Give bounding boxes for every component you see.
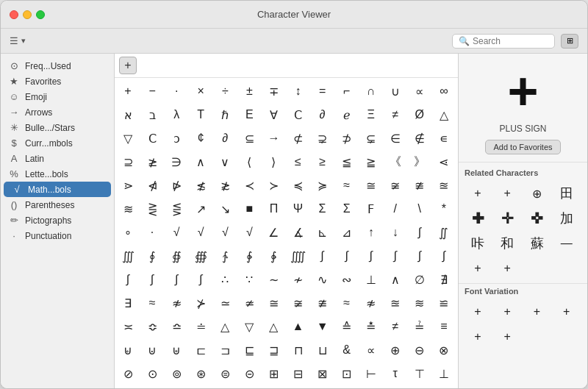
char-cell[interactable]: ≇ <box>311 291 334 315</box>
add-category-button[interactable]: + <box>119 57 137 74</box>
related-char-cell[interactable]: + <box>494 257 520 280</box>
sidebar-item-letterbols[interactable]: % Lette...bols <box>1 166 114 182</box>
char-cell[interactable]: ∊ <box>432 126 456 150</box>
char-cell[interactable]: ⋖ <box>432 150 456 174</box>
char-cell[interactable]: Ϲ <box>140 126 164 150</box>
char-cell[interactable]: ⊕ <box>384 338 407 362</box>
char-cell[interactable]: ⊇ <box>116 150 140 174</box>
char-cell[interactable]: ∝ <box>408 79 431 103</box>
char-cell[interactable]: ב <box>140 103 164 126</box>
char-cell[interactable]: ▲ <box>287 315 310 338</box>
char-cell[interactable]: ≄ <box>237 291 261 315</box>
char-cell[interactable]: ∀ <box>262 103 285 126</box>
char-cell[interactable]: √ <box>189 221 212 244</box>
char-cell[interactable]: ∫ <box>189 268 212 291</box>
char-cell[interactable]: ∯ <box>165 244 188 268</box>
char-cell[interactable]: ≱ <box>140 150 164 174</box>
char-cell[interactable]: ∫ <box>311 244 334 268</box>
char-cell[interactable]: ↄ <box>165 126 188 150</box>
char-cell[interactable]: ∘ <box>116 221 140 244</box>
char-cell[interactable]: ⊢ <box>359 362 383 385</box>
char-cell[interactable]: ∬ <box>432 221 456 244</box>
sidebar-item-bullets[interactable]: ✳ Bulle.../Stars <box>1 120 114 135</box>
char-cell[interactable]: \ <box>408 197 431 221</box>
char-cell[interactable]: ⊎ <box>165 338 188 362</box>
related-char-cell[interactable] <box>524 257 551 280</box>
char-cell[interactable]: ⋛ <box>140 197 164 221</box>
char-cell[interactable]: ⊯ <box>335 385 359 388</box>
char-cell[interactable]: ∫ <box>335 244 359 268</box>
char-cell[interactable]: ≤ <box>287 150 310 174</box>
font-variation-cell[interactable]: + <box>524 300 551 324</box>
add-to-favorites-button[interactable]: Add to Favorites <box>485 140 560 154</box>
char-cell[interactable]: ≎ <box>140 315 164 338</box>
char-cell[interactable]: △ <box>432 103 456 126</box>
char-cell[interactable]: ⊌ <box>116 338 140 362</box>
related-char-cell[interactable]: + <box>494 182 520 205</box>
char-cell[interactable]: ⨌ <box>287 244 310 268</box>
char-cell[interactable]: * <box>432 197 456 221</box>
char-cell[interactable]: ⊙ <box>140 362 164 385</box>
char-cell[interactable]: ∵ <box>237 268 261 291</box>
char-cell[interactable]: △ <box>213 315 237 338</box>
minimize-button[interactable] <box>23 10 32 19</box>
char-cell[interactable]: ≈ <box>335 174 359 197</box>
char-cell[interactable]: ⊛ <box>189 362 212 385</box>
char-cell[interactable]: ⋫ <box>165 174 188 197</box>
char-cell[interactable]: 》 <box>408 150 431 174</box>
char-cell[interactable]: ⊩ <box>189 385 212 388</box>
font-variation-cell[interactable] <box>553 325 580 349</box>
char-cell[interactable]: + <box>116 79 140 103</box>
char-cell[interactable]: ∄ <box>432 268 456 291</box>
sidebar-item-punctuation[interactable]: · Punctuation <box>1 228 114 243</box>
related-char-cell[interactable]: 田 <box>553 182 580 205</box>
related-char-cell[interactable]: 加 <box>553 207 580 230</box>
char-cell[interactable]: ∰ <box>189 244 212 268</box>
char-cell[interactable]: ⊊ <box>359 126 383 150</box>
font-variation-cell[interactable]: + <box>553 300 580 324</box>
char-cell[interactable]: ∈ <box>384 126 407 150</box>
char-cell[interactable]: Ψ <box>287 197 310 221</box>
char-cell[interactable]: ⊔ <box>311 338 334 362</box>
char-cell[interactable]: ▼ <box>311 315 334 338</box>
char-cell[interactable]: ⊓ <box>287 338 310 362</box>
char-cell[interactable]: ≠ <box>384 315 407 338</box>
char-cell[interactable]: & <box>335 338 359 362</box>
search-box[interactable]: 🔍 <box>452 34 555 49</box>
char-cell[interactable]: √ <box>213 221 237 244</box>
maximize-button[interactable] <box>36 10 45 19</box>
char-cell[interactable]: ⊝ <box>237 362 261 385</box>
char-cell[interactable]: ⊪ <box>213 385 237 388</box>
char-cell[interactable]: ⋗ <box>116 174 140 197</box>
char-cell[interactable]: ∂ <box>311 103 334 126</box>
font-variation-cell[interactable] <box>524 325 551 349</box>
char-cell[interactable]: ∧ <box>384 268 407 291</box>
char-cell[interactable]: Σ <box>335 197 359 221</box>
char-cell[interactable]: ≁ <box>287 268 310 291</box>
char-cell[interactable]: ▽ <box>237 315 261 338</box>
char-cell[interactable]: ⊥ <box>359 268 383 291</box>
char-cell[interactable]: √ <box>237 221 261 244</box>
related-char-cell[interactable]: ✜ <box>524 207 551 230</box>
char-cell[interactable]: ∳ <box>262 244 285 268</box>
dropdown-arrow[interactable]: ▾ <box>21 36 26 46</box>
related-char-cell[interactable]: ✚ <box>465 207 491 230</box>
char-cell[interactable]: ≵ <box>213 174 237 197</box>
related-char-cell[interactable]: ✛ <box>494 207 520 230</box>
char-cell[interactable]: ⊄ <box>287 126 310 150</box>
char-cell[interactable]: ⊠ <box>311 362 334 385</box>
char-cell[interactable]: − <box>140 79 164 103</box>
char-cell[interactable]: ↓ <box>384 221 407 244</box>
char-cell[interactable]: ∧ <box>189 150 212 174</box>
related-char-cell[interactable]: 蘇 <box>524 232 551 255</box>
sidebar-item-latin[interactable]: A Latin <box>1 151 114 166</box>
char-cell[interactable]: ⊥ <box>432 362 456 385</box>
char-cell[interactable]: ⊾ <box>311 221 334 244</box>
char-cell[interactable]: ∉ <box>408 126 431 150</box>
char-cell[interactable]: ≋ <box>408 291 431 315</box>
char-cell[interactable]: ⊡ <box>335 362 359 385</box>
char-cell[interactable]: ∞ <box>432 79 456 103</box>
char-cell[interactable]: = <box>311 79 334 103</box>
related-char-cell[interactable]: + <box>465 182 491 205</box>
char-cell[interactable]: ÷ <box>213 79 237 103</box>
